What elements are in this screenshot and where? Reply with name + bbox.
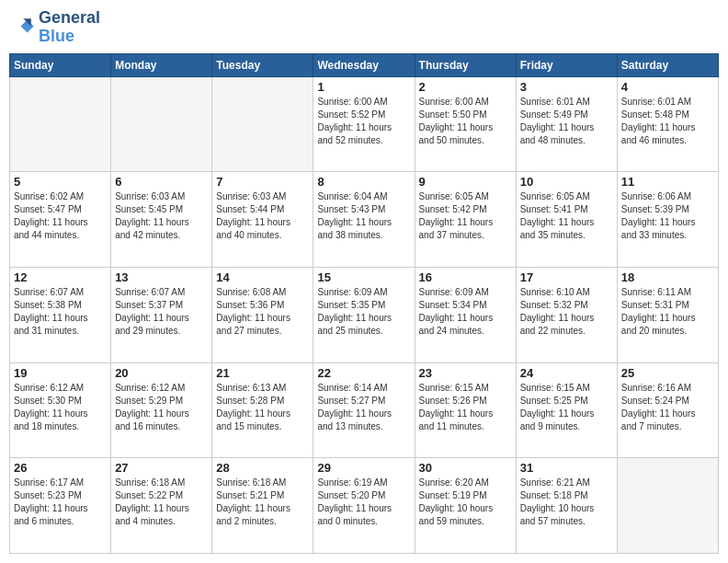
- day-cell: 17Sunrise: 6:10 AMSunset: 5:32 PMDayligh…: [516, 267, 617, 362]
- weekday-header-wednesday: Wednesday: [313, 53, 415, 76]
- header: General Blue: [9, 9, 719, 46]
- week-row-1: 1Sunrise: 6:00 AMSunset: 5:52 PMDaylight…: [10, 76, 719, 172]
- day-info: Sunrise: 6:05 AMSunset: 5:41 PMDaylight:…: [520, 190, 613, 242]
- logo-icon: [9, 15, 35, 40]
- day-cell: 7Sunrise: 6:03 AMSunset: 5:44 PMDaylight…: [212, 172, 313, 268]
- day-cell: 30Sunrise: 6:20 AMSunset: 5:19 PMDayligh…: [415, 458, 516, 554]
- day-info: Sunrise: 6:05 AMSunset: 5:42 PMDaylight:…: [419, 190, 512, 242]
- day-number: 30: [419, 461, 512, 475]
- day-info: Sunrise: 6:15 AMSunset: 5:25 PMDaylight:…: [520, 382, 613, 433]
- day-info: Sunrise: 6:07 AMSunset: 5:38 PMDaylight:…: [14, 286, 107, 338]
- day-number: 16: [419, 270, 512, 284]
- weekday-header-row: SundayMondayTuesdayWednesdayThursdayFrid…: [10, 53, 719, 76]
- week-row-5: 26Sunrise: 6:17 AMSunset: 5:23 PMDayligh…: [10, 458, 719, 554]
- day-info: Sunrise: 6:13 AMSunset: 5:28 PMDaylight:…: [216, 382, 309, 433]
- week-row-4: 19Sunrise: 6:12 AMSunset: 5:30 PMDayligh…: [10, 362, 719, 458]
- logo-text: General Blue: [39, 9, 100, 46]
- day-cell: [111, 76, 212, 172]
- day-info: Sunrise: 6:19 AMSunset: 5:20 PMDaylight:…: [317, 477, 410, 528]
- day-number: 8: [317, 175, 410, 189]
- day-cell: 8Sunrise: 6:04 AMSunset: 5:43 PMDaylight…: [313, 172, 415, 268]
- page: General Blue SundayMondayTuesdayWednesda…: [0, 0, 728, 563]
- day-cell: 22Sunrise: 6:14 AMSunset: 5:27 PMDayligh…: [313, 362, 415, 458]
- day-number: 31: [520, 461, 613, 475]
- weekday-header-friday: Friday: [516, 53, 617, 76]
- day-info: Sunrise: 6:10 AMSunset: 5:32 PMDaylight:…: [520, 286, 613, 338]
- day-cell: 26Sunrise: 6:17 AMSunset: 5:23 PMDayligh…: [10, 458, 111, 554]
- day-cell: 23Sunrise: 6:15 AMSunset: 5:26 PMDayligh…: [415, 362, 516, 458]
- day-number: 6: [115, 175, 208, 189]
- weekday-header-thursday: Thursday: [415, 53, 516, 76]
- day-info: Sunrise: 6:16 AMSunset: 5:24 PMDaylight:…: [621, 382, 714, 433]
- day-cell: 13Sunrise: 6:07 AMSunset: 5:37 PMDayligh…: [111, 267, 212, 362]
- day-info: Sunrise: 6:15 AMSunset: 5:26 PMDaylight:…: [419, 382, 512, 433]
- day-number: 13: [115, 270, 208, 284]
- day-info: Sunrise: 6:01 AMSunset: 5:49 PMDaylight:…: [520, 96, 613, 147]
- day-info: Sunrise: 6:12 AMSunset: 5:30 PMDaylight:…: [14, 382, 107, 433]
- day-number: 22: [317, 366, 410, 380]
- day-number: 14: [216, 270, 309, 284]
- day-number: 17: [520, 270, 613, 284]
- day-number: 25: [621, 366, 714, 380]
- day-cell: 19Sunrise: 6:12 AMSunset: 5:30 PMDayligh…: [10, 362, 111, 458]
- weekday-header-sunday: Sunday: [10, 53, 111, 76]
- day-cell: 2Sunrise: 6:00 AMSunset: 5:50 PMDaylight…: [415, 76, 516, 172]
- day-number: 4: [621, 80, 714, 94]
- day-info: Sunrise: 6:07 AMSunset: 5:37 PMDaylight:…: [115, 286, 208, 338]
- day-cell: 29Sunrise: 6:19 AMSunset: 5:20 PMDayligh…: [313, 458, 415, 554]
- day-number: 29: [317, 461, 410, 475]
- day-info: Sunrise: 6:14 AMSunset: 5:27 PMDaylight:…: [317, 382, 410, 433]
- weekday-header-tuesday: Tuesday: [212, 53, 313, 76]
- week-row-3: 12Sunrise: 6:07 AMSunset: 5:38 PMDayligh…: [10, 267, 719, 362]
- day-info: Sunrise: 6:20 AMSunset: 5:19 PMDaylight:…: [419, 477, 512, 528]
- week-row-2: 5Sunrise: 6:02 AMSunset: 5:47 PMDaylight…: [10, 172, 719, 268]
- day-number: 26: [14, 461, 107, 475]
- day-number: 20: [115, 366, 208, 380]
- day-cell: 9Sunrise: 6:05 AMSunset: 5:42 PMDaylight…: [415, 172, 516, 268]
- day-number: 1: [317, 80, 410, 94]
- day-cell: 20Sunrise: 6:12 AMSunset: 5:29 PMDayligh…: [111, 362, 212, 458]
- day-number: 2: [419, 80, 512, 94]
- day-info: Sunrise: 6:09 AMSunset: 5:34 PMDaylight:…: [419, 286, 512, 338]
- day-cell: 25Sunrise: 6:16 AMSunset: 5:24 PMDayligh…: [617, 362, 718, 458]
- day-cell: [617, 458, 718, 554]
- day-number: 28: [216, 461, 309, 475]
- day-cell: 27Sunrise: 6:18 AMSunset: 5:22 PMDayligh…: [111, 458, 212, 554]
- day-cell: 16Sunrise: 6:09 AMSunset: 5:34 PMDayligh…: [415, 267, 516, 362]
- day-cell: 10Sunrise: 6:05 AMSunset: 5:41 PMDayligh…: [516, 172, 617, 268]
- day-cell: [212, 76, 313, 172]
- day-info: Sunrise: 6:11 AMSunset: 5:31 PMDaylight:…: [621, 286, 714, 338]
- day-info: Sunrise: 6:04 AMSunset: 5:43 PMDaylight:…: [317, 190, 410, 242]
- day-cell: 15Sunrise: 6:09 AMSunset: 5:35 PMDayligh…: [313, 267, 415, 362]
- day-info: Sunrise: 6:08 AMSunset: 5:36 PMDaylight:…: [216, 286, 309, 338]
- day-number: 3: [520, 80, 613, 94]
- weekday-header-saturday: Saturday: [617, 53, 718, 76]
- day-cell: 12Sunrise: 6:07 AMSunset: 5:38 PMDayligh…: [10, 267, 111, 362]
- day-cell: 11Sunrise: 6:06 AMSunset: 5:39 PMDayligh…: [617, 172, 718, 268]
- day-cell: 1Sunrise: 6:00 AMSunset: 5:52 PMDaylight…: [313, 76, 415, 172]
- day-info: Sunrise: 6:18 AMSunset: 5:21 PMDaylight:…: [216, 477, 309, 528]
- day-cell: 24Sunrise: 6:15 AMSunset: 5:25 PMDayligh…: [516, 362, 617, 458]
- day-cell: 3Sunrise: 6:01 AMSunset: 5:49 PMDaylight…: [516, 76, 617, 172]
- day-info: Sunrise: 6:01 AMSunset: 5:48 PMDaylight:…: [621, 96, 714, 147]
- day-info: Sunrise: 6:06 AMSunset: 5:39 PMDaylight:…: [621, 190, 714, 242]
- logo: General Blue: [9, 9, 100, 46]
- day-info: Sunrise: 6:00 AMSunset: 5:50 PMDaylight:…: [419, 96, 512, 147]
- day-number: 27: [115, 461, 208, 475]
- day-info: Sunrise: 6:21 AMSunset: 5:18 PMDaylight:…: [520, 477, 613, 528]
- day-number: 21: [216, 366, 309, 380]
- day-info: Sunrise: 6:12 AMSunset: 5:29 PMDaylight:…: [115, 382, 208, 433]
- day-number: 5: [14, 175, 107, 189]
- day-info: Sunrise: 6:02 AMSunset: 5:47 PMDaylight:…: [14, 190, 107, 242]
- day-cell: 21Sunrise: 6:13 AMSunset: 5:28 PMDayligh…: [212, 362, 313, 458]
- day-cell: 6Sunrise: 6:03 AMSunset: 5:45 PMDaylight…: [111, 172, 212, 268]
- day-number: 7: [216, 175, 309, 189]
- day-info: Sunrise: 6:03 AMSunset: 5:44 PMDaylight:…: [216, 190, 309, 242]
- day-number: 11: [621, 175, 714, 189]
- day-info: Sunrise: 6:09 AMSunset: 5:35 PMDaylight:…: [317, 286, 410, 338]
- day-number: 9: [419, 175, 512, 189]
- day-info: Sunrise: 6:17 AMSunset: 5:23 PMDaylight:…: [14, 477, 107, 528]
- day-number: 10: [520, 175, 613, 189]
- day-cell: 18Sunrise: 6:11 AMSunset: 5:31 PMDayligh…: [617, 267, 718, 362]
- day-number: 23: [419, 366, 512, 380]
